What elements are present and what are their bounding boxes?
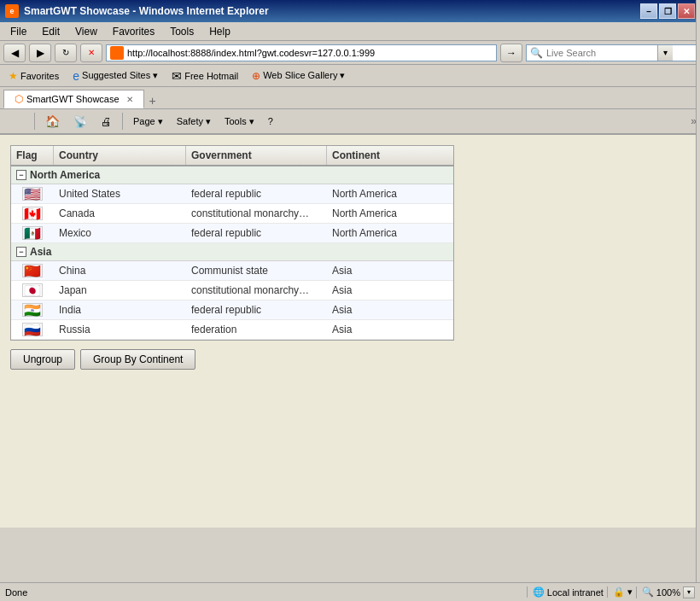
page-favicon <box>110 46 124 60</box>
table-row[interactable]: 🇷🇺RussiafederationAsia <box>11 320 453 340</box>
address-input-container: http://localhost:8888/index.html?gwt.cod… <box>106 44 497 61</box>
address-bar: ◀ ▶ ↻ ✕ http://localhost:8888/index.html… <box>0 41 700 65</box>
flag-icon: 🇺🇸 <box>22 187 43 201</box>
ie-icon: e <box>73 69 79 83</box>
tab-smartgwt[interactable]: ⬡ SmartGWT Showcase ✕ <box>3 90 144 108</box>
command-bar: 🏠 📡 🖨 Page ▾ Safety ▾ Tools ▾ ? » <box>0 109 700 135</box>
close-button[interactable]: ✕ <box>678 3 695 19</box>
table-row[interactable]: 🇨🇳ChinaCommunist stateAsia <box>11 261 453 281</box>
table-row[interactable]: 🇺🇸United Statesfederal republicNorth Ame… <box>11 184 453 204</box>
hotmail-label: Free Hotmail <box>184 71 238 81</box>
flag-icon: 🇷🇺 <box>22 323 43 336</box>
restore-button[interactable]: ❒ <box>659 3 676 19</box>
data-grid: Flag Country Government Continent −North… <box>10 145 454 341</box>
web-slice-icon: ⊕ <box>252 70 260 82</box>
menu-edit[interactable]: Edit <box>35 24 67 39</box>
ungroup-button[interactable]: Ungroup <box>10 349 75 370</box>
search-bar: 🔍 ▾ <box>526 44 697 61</box>
safety-button[interactable]: Safety ▾ <box>172 111 216 131</box>
tab-close-icon[interactable]: ✕ <box>126 95 133 104</box>
group-collapse-button[interactable]: − <box>16 170 26 180</box>
print-button[interactable]: 🖨 <box>96 111 117 131</box>
government-cell: federal republic <box>186 225 327 242</box>
menu-help[interactable]: Help <box>202 24 237 39</box>
minimize-button[interactable]: – <box>640 3 657 19</box>
continent-cell: Asia <box>327 282 429 299</box>
continent-cell: North America <box>327 205 429 222</box>
favorites-label: Favorites <box>20 71 59 81</box>
column-header-flag: Flag <box>11 146 54 165</box>
government-cell: federal republic <box>186 301 327 318</box>
suggested-sites-link[interactable]: e Suggested Sites ▾ <box>69 68 161 84</box>
search-submit-button[interactable]: ▾ <box>657 45 673 61</box>
continent-cell: Asia <box>327 301 429 318</box>
cmd-separator-1 <box>34 113 35 130</box>
menu-tools[interactable]: Tools <box>163 24 201 39</box>
go-button[interactable]: → <box>500 44 522 62</box>
search-provider-icon: 🔍 <box>527 47 546 59</box>
help-button[interactable]: ? <box>263 111 278 131</box>
country-cell: United States <box>54 185 186 202</box>
country-cell: Mexico <box>54 225 186 242</box>
favorites-button[interactable]: ★ Favorites <box>5 69 62 83</box>
tools-button[interactable]: Tools ▾ <box>219 111 260 131</box>
government-cell: federation <box>186 321 327 338</box>
cmd-separator-2 <box>122 113 123 130</box>
title-bar: e SmartGWT Showcase - Windows Internet E… <box>0 0 700 22</box>
resize-handle[interactable] <box>696 0 700 528</box>
page-button[interactable]: Page ▾ <box>128 111 168 131</box>
continent-cell: North America <box>327 225 429 242</box>
home-button[interactable]: 🏠 <box>40 111 65 131</box>
table-row[interactable]: 🇮🇳Indiafederal republicAsia <box>11 300 453 320</box>
menu-favorites[interactable]: Favorites <box>106 24 161 39</box>
flag-icon: 🇯🇵 <box>22 283 43 297</box>
cmd-left: 🏠 📡 🖨 Page ▾ Safety ▾ Tools ▾ ? <box>3 111 278 131</box>
flag-cell: 🇺🇸 <box>11 184 54 203</box>
group-row-0[interactable]: −North America <box>11 166 453 184</box>
group-row-cell: −Asia <box>11 243 429 260</box>
column-header-country: Country <box>54 146 186 165</box>
group-row-1[interactable]: −Asia <box>11 243 453 261</box>
hotmail-link[interactable]: ✉ Free Hotmail <box>168 68 242 84</box>
tab-favicon: ⬡ <box>15 93 23 105</box>
country-cell: Canada <box>54 205 186 222</box>
web-slice-gallery-link[interactable]: ⊕ Web Slice Gallery ▾ <box>248 69 348 83</box>
app-icon: e <box>5 4 19 18</box>
flag-cell: 🇨🇳 <box>11 261 54 280</box>
group-collapse-button[interactable]: − <box>16 247 26 257</box>
tab-label: SmartGWT Showcase <box>26 94 120 104</box>
government-cell: constitutional monarchy… <box>186 205 327 222</box>
table-row[interactable]: 🇲🇽Mexicofederal republicNorth America <box>11 224 453 243</box>
search-input[interactable] <box>546 48 657 58</box>
group-label: Asia <box>30 246 51 258</box>
group-label: North America <box>30 169 100 181</box>
country-cell: China <box>54 262 186 279</box>
address-url[interactable]: http://localhost:8888/index.html?gwt.cod… <box>127 48 375 58</box>
tab-bar: ⬡ SmartGWT Showcase ✕ + <box>0 87 700 109</box>
table-row[interactable]: 🇯🇵Japanconstitutional monarchy…Asia <box>11 281 453 300</box>
flag-icon: 🇨🇦 <box>22 207 43 220</box>
main-content: Flag Country Government Continent −North… <box>0 135 700 528</box>
group-by-continent-button[interactable]: Group By Continent <box>80 349 195 370</box>
favorites-bar: ★ Favorites e Suggested Sites ▾ ✉ Free H… <box>0 65 700 87</box>
menu-file[interactable]: File <box>3 24 33 39</box>
menu-bar: File Edit View Favorites Tools Help <box>0 22 700 41</box>
table-row[interactable]: 🇨🇦Canadaconstitutional monarchy…North Am… <box>11 204 453 224</box>
column-header-continent: Continent <box>327 146 429 165</box>
country-cell: Japan <box>54 282 186 299</box>
grid-header: Flag Country Government Continent <box>11 146 453 166</box>
stop-button[interactable]: ✕ <box>80 44 102 62</box>
column-header-government: Government <box>186 146 327 165</box>
flag-cell: 🇷🇺 <box>11 320 54 339</box>
title-bar-buttons: – ❒ ✕ <box>640 3 695 19</box>
refresh-button[interactable]: ↻ <box>55 44 77 62</box>
country-cell: India <box>54 301 186 318</box>
menu-view[interactable]: View <box>68 24 104 39</box>
back-button[interactable]: ◀ <box>3 44 26 62</box>
forward-button[interactable]: ▶ <box>29 44 51 62</box>
government-cell: Communist state <box>186 262 327 279</box>
grid-body[interactable]: −North America🇺🇸United Statesfederal rep… <box>11 166 453 340</box>
continent-cell: North America <box>327 185 429 202</box>
new-tab-button[interactable]: + <box>144 93 161 108</box>
rss-button[interactable]: 📡 <box>68 111 92 131</box>
